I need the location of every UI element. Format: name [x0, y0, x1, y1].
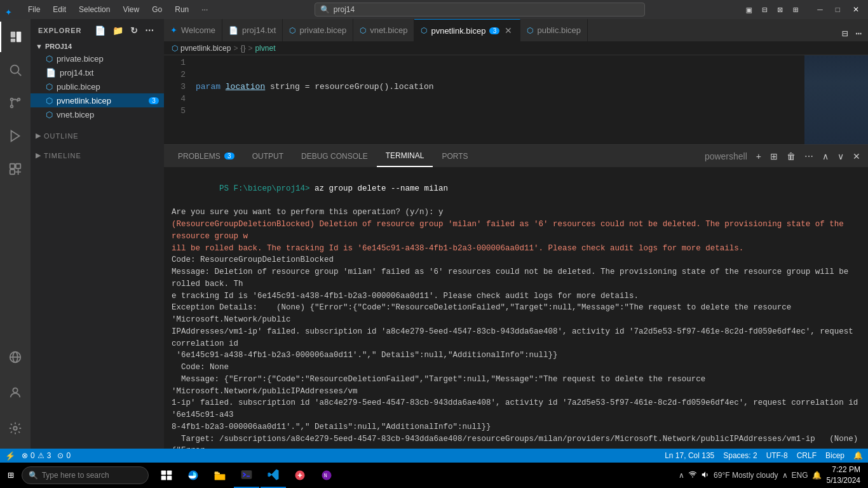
sidebar-file-public-bicep[interactable]: ⬡ public.bicep [31, 79, 164, 93]
status-language[interactable]: Bicep [825, 451, 844, 460]
tab-vnet-bicep[interactable]: ⬡ vnet.bicep [353, 19, 414, 41]
start-button[interactable]: ⊞ [3, 466, 19, 484]
status-indentation[interactable]: Spaces: 2 [723, 451, 757, 460]
taskbar-app-fileexplorer[interactable] [207, 463, 233, 488]
status-bell[interactable]: 🔔 [853, 451, 863, 460]
taskbar-app-vscode[interactable] [261, 463, 286, 488]
activity-extensions[interactable] [0, 154, 31, 184]
code-content[interactable]: param location string = resourceGroup().… [191, 55, 804, 144]
taskbar-app-app7[interactable]: N [314, 463, 339, 488]
tray-notification[interactable]: 🔔 [812, 471, 822, 480]
taskbar-clock[interactable]: 7:22 PM 5/13/2024 [827, 464, 860, 486]
activity-settings[interactable] [0, 413, 31, 444]
layout3-icon[interactable]: ⊠ [777, 4, 782, 15]
layout4-icon[interactable]: ⊞ [793, 4, 798, 15]
sidebar-file-vnet-bicep[interactable]: ⬡ vnet.bicep [31, 107, 164, 121]
new-file-button[interactable]: 📄 [93, 24, 108, 37]
split-terminal-button[interactable]: ⊞ [768, 150, 780, 163]
sidebar-file-pvnetlink-bicep[interactable]: ⬡ pvnetlink.bicep 3 [31, 93, 164, 107]
close-button[interactable]: ✕ [849, 4, 863, 15]
status-cursor-position[interactable]: Ln 17, Col 135 [665, 451, 714, 460]
tab-pvnetlink-bicep[interactable]: ⬡ pvnetlink.bicep 3 ✕ [414, 19, 520, 41]
tab-badge-pvnetlink: 3 [489, 27, 499, 34]
panel-tab-debug-console[interactable]: DEBUG CONSOLE [292, 145, 377, 167]
activity-explorer[interactable] [0, 22, 31, 52]
tab-icon-pvnetlink-bicep: ⬡ [421, 26, 427, 35]
minimize-button[interactable]: ─ [813, 4, 827, 15]
chevron-right-icon-timeline: ▶ [36, 151, 41, 159]
terminal[interactable]: PS F:\bicep\proj14> az group delete --na… [164, 167, 868, 449]
panel-tab-ports[interactable]: PORTS [433, 145, 477, 167]
svg-point-7 [11, 105, 13, 108]
tab-proj14-txt[interactable]: 📄 proj14.txt [222, 19, 283, 41]
breadcrumb-file[interactable]: pvnetlink.bicep [180, 44, 231, 53]
menu-more[interactable]: ··· [196, 4, 213, 15]
panel-more-button[interactable]: ⋯ [802, 150, 816, 163]
panel-tab-problems[interactable]: PROBLEMS 3 [169, 145, 243, 167]
sidebar-file-proj14-txt[interactable]: 📄 proj14.txt [31, 65, 164, 79]
menu-file[interactable]: File [23, 4, 45, 15]
sidebar-timeline-section[interactable]: ▶ TIMELINE [31, 141, 164, 161]
maximize-button[interactable]: □ [832, 4, 844, 15]
status-branch[interactable]: ⚡ [5, 451, 15, 461]
tab-private-bicep[interactable]: ⬡ private.bicep [283, 19, 353, 41]
taskbar-app-edge[interactable] [180, 463, 206, 488]
taskbar-app-app6[interactable] [287, 463, 313, 488]
panel-close-button[interactable]: ✕ [850, 150, 863, 163]
terminal-line-4: Code: ResourceGroupDeletionBlocked [172, 254, 860, 266]
sidebar-file-private-bicep[interactable]: ⬡ private.bicep [31, 51, 164, 65]
activity-accounts[interactable] [0, 377, 31, 408]
tray-language[interactable]: ∧ [782, 471, 788, 480]
status-errors[interactable]: ⊗ 0 ⚠ 3 [22, 451, 51, 460]
breadcrumb-symbol2[interactable]: plvnet [255, 44, 275, 53]
tab-welcome[interactable]: ✦ Welcome [164, 19, 222, 41]
kill-terminal-button[interactable]: 🗑 [784, 150, 798, 163]
status-info[interactable]: ⊙ 0 [57, 451, 71, 460]
menu-view[interactable]: View [118, 4, 144, 15]
breadcrumb-symbol1[interactable]: {} [240, 44, 245, 53]
file-icon-public-bicep: ⬡ [46, 82, 53, 92]
taskbar-app-taskview[interactable] [154, 463, 179, 488]
terminal-command: az group delete --name milan [310, 184, 449, 193]
sidebar-outline-section[interactable]: ▶ OUTLINE [31, 121, 164, 141]
layout2-icon[interactable]: ⊟ [762, 4, 767, 15]
new-terminal-button[interactable]: + [754, 150, 764, 163]
tray-weather[interactable]: 69°F Mostly cloudy [714, 471, 778, 480]
taskbar-app-terminal[interactable] [234, 463, 259, 488]
tray-volume[interactable] [701, 470, 710, 481]
menu-selection[interactable]: Selection [74, 4, 115, 15]
panel-tab-terminal[interactable]: TERMINAL [377, 145, 433, 167]
svg-point-14 [13, 388, 17, 393]
terminal-line-1: Are you sure you want to perform this op… [172, 207, 860, 219]
panel-up-button[interactable]: ∧ [820, 150, 831, 163]
panel-tab-output[interactable]: OUTPUT [243, 145, 292, 167]
activity-remote[interactable] [0, 342, 31, 372]
status-encoding[interactable]: UTF-8 [766, 451, 788, 460]
panel-down-button[interactable]: ∨ [835, 150, 846, 163]
tab-close-pvnetlink[interactable]: ✕ [503, 24, 513, 37]
tab-label-proj14-txt: proj14.txt [242, 25, 276, 35]
status-line-ending[interactable]: CRLF [797, 451, 817, 460]
sidebar-project[interactable]: ▼ PROJ14 [31, 41, 164, 51]
code-line-2 [196, 117, 804, 129]
collapse-all-button[interactable]: ⋯ [143, 24, 156, 37]
problems-badge: 3 [224, 152, 234, 159]
split-editor-button[interactable]: ⊟ [841, 26, 850, 41]
layout-icon[interactable]: ▣ [746, 4, 751, 15]
taskbar-search[interactable]: 🔍 Type here to search [22, 466, 149, 484]
refresh-button[interactable]: ↻ [128, 24, 140, 37]
more-actions-button[interactable]: ⋯ [854, 26, 863, 41]
menu-go[interactable]: Go [147, 4, 167, 15]
activity-source-control[interactable] [0, 88, 31, 118]
menu-edit[interactable]: Edit [48, 4, 71, 15]
activity-search[interactable] [0, 55, 31, 85]
terminal-prompt-line: PS F:\bicep\proj14> az group delete --na… [172, 171, 860, 207]
tray-network[interactable] [688, 470, 697, 481]
activity-run[interactable] [0, 121, 31, 151]
global-search-bar[interactable]: 🔍 proj14 [315, 3, 645, 17]
tray-language-label[interactable]: ENG [792, 471, 808, 480]
new-folder-button[interactable]: 📁 [111, 24, 126, 37]
tray-chevron[interactable]: ∧ [679, 471, 684, 480]
menu-run[interactable]: Run [170, 4, 194, 15]
tab-public-bicep[interactable]: ⬡ public.bicep [520, 19, 588, 41]
